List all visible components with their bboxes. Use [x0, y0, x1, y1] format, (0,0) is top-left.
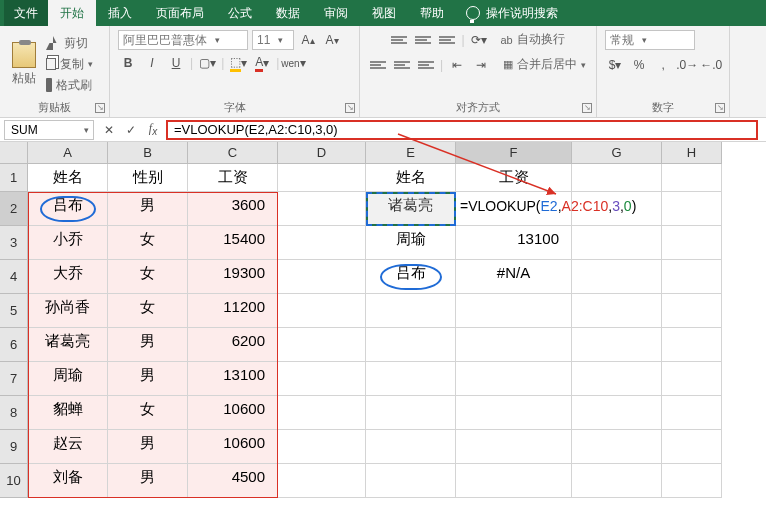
cell[interactable] [572, 328, 662, 362]
tab-data[interactable]: 数据 [264, 0, 312, 26]
tab-help[interactable]: 帮助 [408, 0, 456, 26]
tell-me-search[interactable]: 操作说明搜索 [456, 5, 568, 22]
align-top-button[interactable] [389, 31, 409, 49]
cell[interactable] [366, 430, 456, 464]
cell[interactable]: 10600 [188, 396, 278, 430]
select-all-corner[interactable] [0, 142, 28, 164]
copy-button[interactable]: 复制 ▾ [44, 55, 95, 74]
cell[interactable] [456, 328, 572, 362]
cell[interactable] [278, 294, 366, 328]
cell[interactable] [366, 328, 456, 362]
column-header[interactable]: C [188, 142, 278, 164]
increase-indent-button[interactable]: ⇥ [471, 56, 491, 74]
tab-home[interactable]: 开始 [48, 0, 96, 26]
orientation-button[interactable]: ⟳▾ [469, 31, 489, 49]
cut-button[interactable]: 剪切 [44, 34, 95, 53]
merge-center-button[interactable]: ▦ 合并后居中 ▾ [501, 55, 588, 74]
decrease-indent-button[interactable]: ⇤ [447, 56, 467, 74]
bold-button[interactable]: B [118, 54, 138, 72]
cell[interactable] [572, 430, 662, 464]
cell[interactable]: 诸葛亮 [28, 328, 108, 362]
align-right-button[interactable] [416, 56, 436, 74]
cell[interactable]: 周瑜 [28, 362, 108, 396]
tab-formulas[interactable]: 公式 [216, 0, 264, 26]
tab-insert[interactable]: 插入 [96, 0, 144, 26]
cell[interactable] [366, 464, 456, 498]
row-header[interactable]: 3 [0, 226, 28, 260]
insert-function-button[interactable]: fx [142, 121, 164, 137]
column-header[interactable]: F [456, 142, 572, 164]
decrease-font-button[interactable]: A▾ [322, 31, 342, 49]
cell[interactable] [278, 464, 366, 498]
cell[interactable] [366, 396, 456, 430]
font-size-combo[interactable]: 11 ▾ [252, 30, 294, 50]
row-header[interactable]: 10 [0, 464, 28, 498]
underline-button[interactable]: U [166, 54, 186, 72]
cell[interactable]: #N/A [456, 260, 572, 294]
cell[interactable]: 孙尚香 [28, 294, 108, 328]
cell[interactable]: 11200 [188, 294, 278, 328]
cell[interactable]: 赵云 [28, 430, 108, 464]
cell[interactable]: 男 [108, 430, 188, 464]
cell[interactable]: 4500 [188, 464, 278, 498]
cell[interactable]: 女 [108, 226, 188, 260]
cell[interactable]: 男 [108, 362, 188, 396]
cell[interactable] [456, 464, 572, 498]
align-center-button[interactable] [392, 56, 412, 74]
row-header[interactable]: 9 [0, 430, 28, 464]
cell[interactable]: 3600 [188, 192, 278, 226]
cell[interactable] [662, 328, 722, 362]
cell[interactable]: 姓名 [28, 164, 108, 192]
cell[interactable] [572, 294, 662, 328]
increase-decimal-button[interactable]: .0→ [677, 56, 697, 74]
formula-input[interactable]: =VLOOKUP(E2,A2:C10,3,0) [166, 120, 758, 140]
cell[interactable] [662, 164, 722, 192]
column-header[interactable]: A [28, 142, 108, 164]
cell[interactable] [662, 430, 722, 464]
align-bottom-button[interactable] [437, 31, 457, 49]
worksheet[interactable]: ABCDEFGH1姓名性别工资姓名工资2吕布男3600诸葛亮3小乔女15400周… [0, 142, 766, 498]
column-header[interactable]: B [108, 142, 188, 164]
cell[interactable] [572, 164, 662, 192]
cell[interactable] [662, 294, 722, 328]
cell[interactable]: 周瑜 [366, 226, 456, 260]
cell[interactable] [662, 226, 722, 260]
wrap-text-button[interactable]: ab 自动换行 [499, 30, 567, 49]
row-header[interactable]: 7 [0, 362, 28, 396]
cell[interactable] [366, 294, 456, 328]
file-tab[interactable]: 文件 [4, 0, 48, 26]
enter-button[interactable]: ✓ [120, 123, 142, 137]
cell[interactable] [662, 362, 722, 396]
cell[interactable] [572, 226, 662, 260]
cell[interactable] [278, 192, 366, 226]
cell[interactable] [366, 362, 456, 396]
accounting-format-button[interactable]: $▾ [605, 56, 625, 74]
cell[interactable] [572, 260, 662, 294]
cell[interactable]: 13100 [188, 362, 278, 396]
cell[interactable] [278, 164, 366, 192]
format-painter-button[interactable]: 格式刷 [44, 76, 95, 95]
cell[interactable]: 19300 [188, 260, 278, 294]
cell[interactable]: 诸葛亮 [366, 192, 456, 226]
font-color-button[interactable]: A▾ [252, 54, 272, 72]
row-header[interactable]: 2 [0, 192, 28, 226]
cell[interactable] [278, 226, 366, 260]
cell[interactable] [572, 362, 662, 396]
cell[interactable] [662, 260, 722, 294]
cell[interactable]: 姓名 [366, 164, 456, 192]
cell[interactable] [456, 362, 572, 396]
cell[interactable] [456, 192, 572, 226]
tab-review[interactable]: 审阅 [312, 0, 360, 26]
row-header[interactable]: 5 [0, 294, 28, 328]
cell[interactable]: 13100 [456, 226, 572, 260]
number-dialog-launcher[interactable]: ↘ [715, 103, 725, 113]
column-header[interactable]: G [572, 142, 662, 164]
align-left-button[interactable] [368, 56, 388, 74]
number-format-combo[interactable]: 常规 ▾ [605, 30, 695, 50]
border-button[interactable]: ▢▾ [197, 54, 217, 72]
increase-font-button[interactable]: A▴ [298, 31, 318, 49]
row-header[interactable]: 6 [0, 328, 28, 362]
cell[interactable]: 10600 [188, 430, 278, 464]
italic-button[interactable]: I [142, 54, 162, 72]
cell[interactable] [278, 396, 366, 430]
